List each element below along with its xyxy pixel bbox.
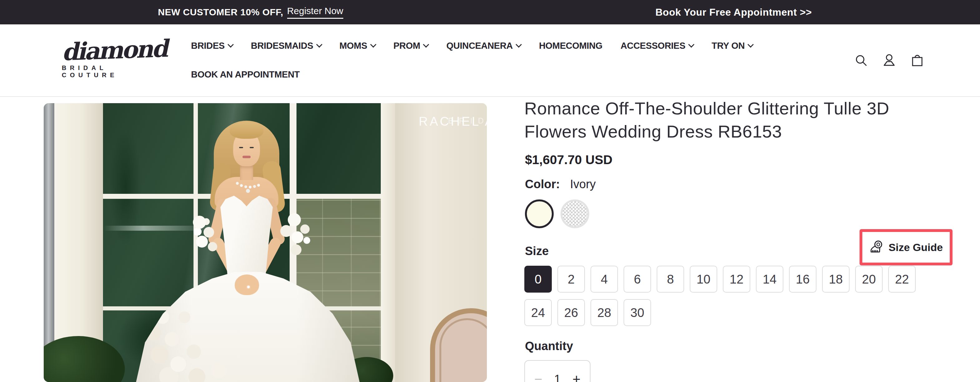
- size-option-8[interactable]: 8: [657, 266, 684, 292]
- model-necklace: [236, 182, 239, 185]
- main-nav: BRIDES BRIDESMAIDS MOMS PROM QUINCEANERA…: [191, 41, 753, 51]
- nav-item-moms[interactable]: MOMS: [340, 41, 375, 51]
- color-value: Ivory: [570, 177, 595, 191]
- size-option-28[interactable]: 28: [590, 299, 618, 326]
- nav-label: MOMS: [340, 41, 368, 51]
- size-option-0[interactable]: 0: [524, 266, 552, 292]
- nav-label: TRY ON: [711, 41, 745, 51]
- nav-label: QUINCEANERA: [446, 41, 513, 51]
- cart-icon[interactable]: [910, 53, 924, 67]
- book-appointment-link[interactable]: Book Your Free Appointment >>: [655, 0, 812, 24]
- window-frame: [381, 103, 395, 382]
- size-option-24[interactable]: 24: [524, 299, 552, 326]
- measuring-tape-icon: [869, 240, 884, 255]
- size-option-6[interactable]: 6: [624, 266, 651, 292]
- size-option-30[interactable]: 30: [624, 299, 651, 326]
- quantity-label: Quantity: [525, 339, 573, 353]
- chevron-down-icon: [370, 41, 376, 48]
- product-title: Romance Off-The-Shoulder Glittering Tull…: [524, 97, 946, 143]
- nav-label: BRIDESMAIDS: [251, 41, 313, 51]
- nav-item-book-an-appointment[interactable]: BOOK AN APPOINTMENT: [191, 69, 300, 80]
- size-options-row-2: 24 26 28 30: [524, 299, 651, 326]
- color-swatches: [525, 200, 589, 228]
- chevron-down-icon: [748, 41, 754, 48]
- promo-message: NEW CUSTOMER 10% OFF, Register Now: [158, 0, 343, 24]
- product-image[interactable]: RACHEL ALLAN BRIDAL: [44, 103, 487, 382]
- size-option-4[interactable]: 4: [590, 266, 618, 292]
- model-eye: [250, 147, 254, 148]
- watermark-line2: BRIDAL: [442, 116, 487, 125]
- model-eye: [239, 147, 243, 148]
- size-options-row-1: 0 2 4 6 8 10 12 14 16 18 20 22: [524, 266, 916, 292]
- quantity-decrease-button[interactable]: −: [534, 371, 542, 382]
- window-metal-edge: [44, 103, 54, 382]
- promo-text: NEW CUSTOMER 10% OFF,: [158, 7, 283, 18]
- dress-off-shoulder-ruffle: [193, 216, 206, 229]
- store-logo[interactable]: diamond BRIDAL COUTURE: [62, 39, 152, 79]
- size-option-14[interactable]: 14: [756, 266, 783, 292]
- model-ring: [247, 286, 250, 288]
- size-option-18[interactable]: 18: [822, 266, 850, 292]
- announcement-bar: [0, 0, 980, 24]
- search-icon[interactable]: [854, 53, 868, 67]
- nav-label: HOMECOMING: [539, 41, 602, 51]
- header-actions: [854, 53, 924, 67]
- nav-label: ACCESSORIES: [620, 41, 686, 51]
- dress-bodice: [220, 196, 273, 278]
- site-header: diamond BRIDAL COUTURE BRIDES BRIDESMAID…: [0, 24, 980, 97]
- model-hands: [235, 275, 259, 295]
- quantity-increase-button[interactable]: +: [573, 371, 581, 382]
- dress-off-shoulder-ruffle: [288, 213, 301, 226]
- product-price: $1,607.70 USD: [525, 153, 612, 167]
- nav-item-accessories[interactable]: ACCESSORIES: [620, 41, 694, 51]
- swatch-checkered[interactable]: [560, 200, 589, 228]
- nav-item-prom[interactable]: PROM: [394, 41, 428, 51]
- quantity-stepper: − 1 +: [524, 360, 590, 382]
- size-option-20[interactable]: 20: [855, 266, 883, 292]
- page: { "announcement": { "promo_bold": "NEW C…: [0, 0, 980, 382]
- nav-label: PROM: [394, 41, 420, 51]
- size-option-22[interactable]: 22: [888, 266, 916, 292]
- nav-item-try-on[interactable]: TRY ON: [711, 41, 753, 51]
- account-icon[interactable]: [882, 53, 896, 67]
- size-guide-label: Size Guide: [889, 241, 943, 254]
- model-hair-fringe: [230, 122, 263, 139]
- logo-script-text: diamond: [62, 37, 153, 64]
- color-row: Color: Ivory: [525, 177, 596, 191]
- register-now-link[interactable]: Register Now: [287, 6, 343, 19]
- nav-item-homecoming[interactable]: HOMECOMING: [539, 41, 602, 51]
- logo-subtitle-text: BRIDAL COUTURE: [62, 64, 152, 79]
- size-option-12[interactable]: 12: [723, 266, 750, 292]
- chevron-down-icon: [423, 41, 429, 48]
- nav-item-brides[interactable]: BRIDES: [191, 41, 233, 51]
- chevron-down-icon: [688, 41, 694, 48]
- size-label: Size: [525, 245, 549, 258]
- nav-label: BRIDES: [191, 41, 225, 51]
- nav-item-bridesmaids[interactable]: BRIDESMAIDS: [251, 41, 321, 51]
- chevron-down-icon: [515, 41, 522, 48]
- color-label: Color:: [525, 177, 560, 191]
- size-option-16[interactable]: 16: [789, 266, 816, 292]
- nav-item-quinceanera[interactable]: QUINCEANERA: [446, 41, 521, 51]
- model-lips: [242, 156, 251, 158]
- swatch-ivory[interactable]: [525, 200, 554, 228]
- size-option-2[interactable]: 2: [557, 266, 585, 292]
- chevron-down-icon: [316, 41, 322, 48]
- quantity-value: 1: [554, 372, 560, 382]
- chair-inner-frame: [439, 318, 487, 382]
- size-guide-button[interactable]: Size Guide: [859, 229, 953, 265]
- size-option-26[interactable]: 26: [557, 299, 585, 326]
- chevron-down-icon: [228, 41, 234, 48]
- size-option-10[interactable]: 10: [690, 266, 717, 292]
